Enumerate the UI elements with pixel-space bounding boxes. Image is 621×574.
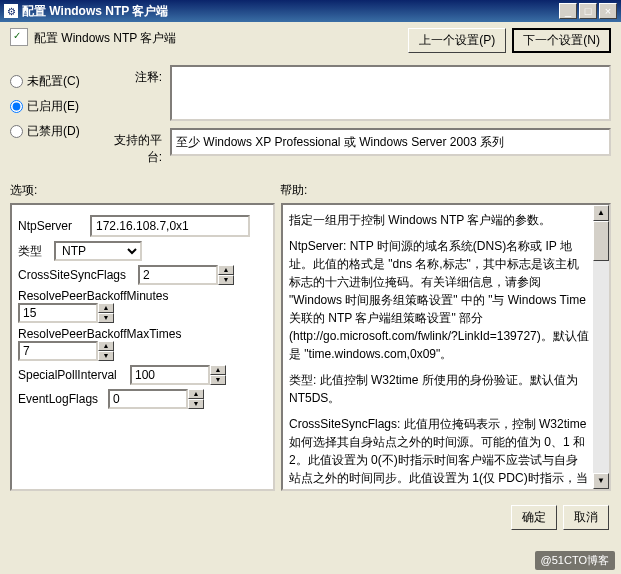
resolvemax-label: ResolvePeerBackoffMaxTimes [18,327,267,341]
resolvemin-label: ResolvePeerBackoffMinutes [18,289,267,303]
page-title: 配置 Windows NTP 客户端 [34,28,402,47]
ntpserver-input[interactable] [90,215,250,237]
radio-disabled[interactable]: 已禁用(D) [10,123,100,140]
spin-up-icon[interactable]: ▲ [98,303,114,313]
help-scrollbar[interactable]: ▲ ▼ [593,205,609,489]
watermark: @51CTO博客 [535,551,615,570]
eventlog-label: EventLogFlags [18,392,108,406]
spin-up-icon[interactable]: ▲ [218,265,234,275]
spin-up-icon[interactable]: ▲ [98,341,114,351]
window-title: 配置 Windows NTP 客户端 [22,3,557,20]
close-button[interactable]: × [599,3,617,19]
scroll-thumb[interactable] [593,221,609,261]
scroll-down-icon[interactable]: ▼ [593,473,609,489]
crosssite-label: CrossSiteSyncFlags [18,268,138,282]
spin-down-icon[interactable]: ▼ [210,375,226,385]
eventlog-spinner[interactable]: ▲▼ [108,389,204,409]
spin-down-icon[interactable]: ▼ [188,399,204,409]
crosssite-spinner[interactable]: ▲▼ [138,265,234,285]
spin-up-icon[interactable]: ▲ [210,365,226,375]
special-spinner[interactable]: ▲▼ [130,365,226,385]
help-text: 指定一组用于控制 Windows NTP 客户端的参数。 NtpServer: … [289,211,603,491]
comment-label: 注释: [100,65,170,124]
platform-field [170,128,611,156]
radio-enabled[interactable]: 已启用(E) [10,98,100,115]
spin-down-icon[interactable]: ▼ [218,275,234,285]
options-label: 选项: [10,182,280,199]
policy-icon [10,28,28,46]
cancel-button[interactable]: 取消 [563,505,609,530]
next-setting-button[interactable]: 下一个设置(N) [512,28,611,53]
ntpserver-label: NtpServer [18,219,90,233]
prev-setting-button[interactable]: 上一个设置(P) [408,28,506,53]
minimize-button[interactable]: _ [559,3,577,19]
spin-down-icon[interactable]: ▼ [98,351,114,361]
type-select[interactable]: NTP [54,241,142,261]
state-radio-group: 未配置(C) 已启用(E) 已禁用(D) [10,61,100,170]
help-label: 帮助: [280,182,307,199]
spin-down-icon[interactable]: ▼ [98,313,114,323]
maximize-button[interactable]: □ [579,3,597,19]
resolvemin-spinner[interactable]: ▲▼ [18,303,267,323]
type-label: 类型 [18,243,54,260]
platform-label: 支持的平台: [100,128,170,166]
help-panel: 指定一组用于控制 Windows NTP 客户端的参数。 NtpServer: … [281,203,611,491]
spin-up-icon[interactable]: ▲ [188,389,204,399]
radio-not-configured[interactable]: 未配置(C) [10,73,100,90]
ok-button[interactable]: 确定 [511,505,557,530]
options-panel: NtpServer 类型 NTP CrossSiteSyncFlags ▲▼ R… [10,203,275,491]
title-bar: ⚙ 配置 Windows NTP 客户端 _ □ × [0,0,621,22]
resolvemax-spinner[interactable]: ▲▼ [18,341,267,361]
app-icon: ⚙ [4,4,18,18]
special-label: SpecialPollInterval [18,368,130,382]
scroll-up-icon[interactable]: ▲ [593,205,609,221]
comment-textarea[interactable] [170,65,611,121]
